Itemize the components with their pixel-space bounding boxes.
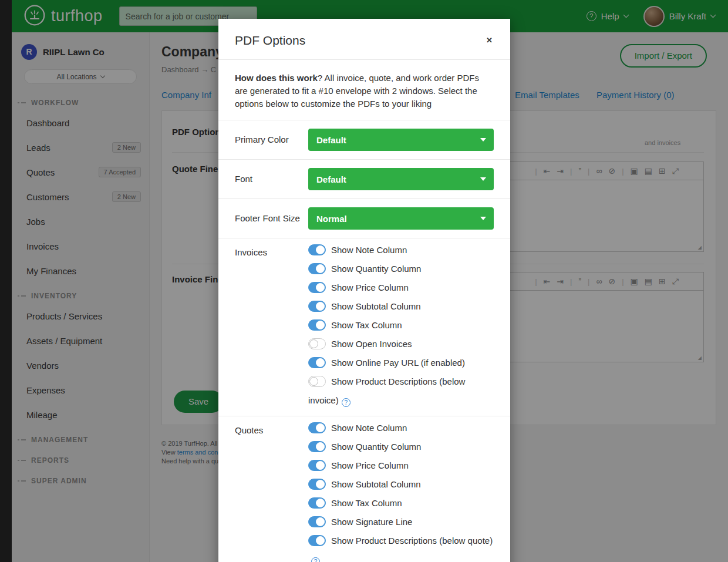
invoices-toggle-show-open-invoices: Show Open Invoices: [308, 335, 494, 354]
quotes-toggle-show-quantity-column: Show Quantity Column: [308, 438, 494, 456]
select-value: Default: [316, 174, 346, 184]
toggle-switch[interactable]: [308, 282, 326, 293]
select-value: Normal: [316, 214, 347, 224]
invoices-toggle-show-note-column: Show Note Column: [308, 241, 494, 260]
toggle-knob: [316, 461, 325, 470]
invoices-toggle-show-quantity-column: Show Quantity Column: [308, 260, 494, 278]
toggle-label: Show Product Descriptions (below invoice…: [308, 376, 465, 405]
toggle-knob: [316, 480, 325, 489]
invoices-toggle-show-online-pay-url-if-enabled: Show Online Pay URL (if enabled): [308, 354, 494, 372]
font-label: Font: [235, 168, 308, 190]
toggle-switch[interactable]: [308, 301, 326, 312]
toggle-switch[interactable]: [308, 479, 326, 490]
toggle-knob: [316, 264, 325, 273]
quotes-toggle-show-note-column: Show Note Column: [308, 419, 494, 438]
toggle-label: Show Price Column: [331, 282, 409, 292]
toggle-switch[interactable]: [308, 422, 326, 433]
toggle-label: Show Tax Column: [331, 320, 402, 330]
toggle-knob: [316, 442, 325, 451]
toggle-label: Show Note Column: [331, 423, 407, 433]
toggle-label: Show Subtotal Column: [331, 301, 421, 311]
chevron-down-icon: [480, 177, 486, 181]
toggle-switch[interactable]: [308, 376, 326, 387]
quotes-toggle-show-tax-column: Show Tax Column: [308, 494, 494, 513]
toggle-label: Show Quantity Column: [331, 442, 421, 452]
toggle-knob: [316, 321, 325, 329]
invoices-toggle-show-price-column: Show Price Column: [308, 278, 494, 297]
toggle-switch[interactable]: [308, 244, 326, 255]
toggle-switch[interactable]: [308, 497, 326, 509]
toggle-switch[interactable]: [308, 263, 326, 274]
toggle-knob: [316, 499, 325, 507]
footer-font-size-row: Footer Font Size Normal: [218, 198, 510, 238]
toggle-knob: [316, 302, 325, 311]
select-value: Default: [316, 135, 346, 145]
chevron-down-icon: [480, 138, 486, 142]
quotes-toggle-list: Show Note ColumnShow Quantity ColumnShow…: [308, 419, 494, 562]
font-row: Font Default: [218, 159, 510, 198]
intro-bold: How does this work: [235, 73, 318, 83]
toggle-knob: [316, 358, 325, 367]
invoices-toggle-show-tax-column: Show Tax Column: [308, 316, 494, 335]
quotes-toggle-show-subtotal-column: Show Subtotal Column: [308, 475, 494, 494]
toggle-label: Show Product Descriptions (below quote): [331, 536, 493, 546]
toggle-label: Show Online Pay URL (if enabled): [331, 358, 465, 368]
toggle-label: Show Price Column: [331, 460, 409, 470]
modal-title: PDF Options: [235, 33, 305, 48]
toggle-switch[interactable]: [308, 460, 326, 471]
toggle-knob: [316, 283, 325, 292]
close-icon[interactable]: ✕: [484, 33, 495, 47]
toggle-knob: [316, 517, 325, 526]
toggle-switch[interactable]: [308, 357, 326, 368]
chevron-down-icon: [480, 217, 486, 220]
toggle-label: Show Tax Column: [331, 498, 402, 508]
primary-color-select[interactable]: Default: [308, 129, 494, 151]
quotes-toggle-show-product-descriptions-below-quote: Show Product Descriptions (below quote)?: [308, 531, 494, 562]
toggle-label: Show Open Invoices: [331, 339, 412, 349]
primary-color-row: Primary Color Default: [218, 120, 510, 159]
primary-color-label: Primary Color: [235, 129, 308, 151]
toggle-knob: [309, 377, 318, 386]
pdf-options-modal: PDF Options ✕ How does this work? All in…: [218, 19, 510, 562]
quotes-options-row: Quotes Show Note ColumnShow Quantity Col…: [218, 416, 510, 562]
toggle-knob: [316, 536, 325, 545]
toggle-knob: [309, 339, 318, 348]
footer-font-size-select[interactable]: Normal: [308, 207, 494, 230]
toggle-switch[interactable]: [308, 338, 326, 349]
font-select[interactable]: Default: [308, 168, 494, 190]
invoices-options-row: Invoices Show Note ColumnShow Quantity C…: [218, 238, 510, 416]
toggle-label: Show Subtotal Column: [331, 479, 421, 489]
quotes-toggle-show-price-column: Show Price Column: [308, 456, 494, 475]
toggle-knob: [316, 423, 325, 432]
toggle-label: Show Quantity Column: [331, 264, 421, 274]
toggle-switch[interactable]: [308, 441, 326, 452]
quotes-toggle-show-signature-line: Show Signature Line: [308, 513, 494, 531]
invoices-label: Invoices: [235, 241, 308, 410]
footer-font-size-label: Footer Font Size: [235, 207, 308, 230]
help-icon[interactable]: ?: [342, 398, 350, 407]
toggle-switch[interactable]: [308, 535, 326, 546]
toggle-label: Show Signature Line: [331, 517, 412, 527]
toggle-switch[interactable]: [308, 319, 326, 331]
modal-header: PDF Options ✕: [218, 19, 510, 59]
screen: turfhop ? Help Billy Kraft R: [0, 0, 728, 562]
invoices-toggle-show-subtotal-column: Show Subtotal Column: [308, 297, 494, 316]
invoices-toggle-list: Show Note ColumnShow Quantity ColumnShow…: [308, 241, 494, 410]
help-icon[interactable]: ?: [311, 557, 320, 562]
modal-intro: How does this work? All invoice, quote, …: [218, 59, 510, 120]
toggle-label: Show Note Column: [331, 245, 407, 255]
toggle-switch[interactable]: [308, 516, 326, 527]
invoices-toggle-show-product-descriptions-below-invoice: Show Product Descriptions (below invoice…: [308, 372, 494, 410]
toggle-knob: [316, 245, 325, 254]
quotes-label: Quotes: [235, 419, 308, 562]
